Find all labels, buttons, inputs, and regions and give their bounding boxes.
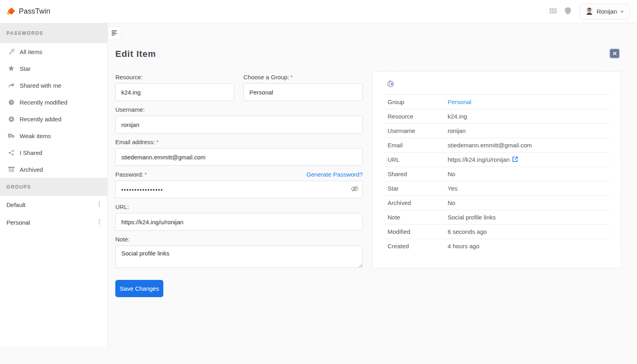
sidebar-item-label: Star <box>20 65 31 72</box>
username-label: Username: <box>115 106 363 113</box>
detail-row-note: Note Social profile links <box>384 210 609 224</box>
sidebar-item-shared-with-me[interactable]: Shared with me <box>0 77 107 94</box>
sidebar-item-label: All items <box>20 48 42 55</box>
sidebar-item-recently-added[interactable]: Recently added <box>0 111 107 127</box>
user-name: Ronijan <box>597 8 617 15</box>
detail-row-url: URL https://k24.ing/u/ronijan <box>384 152 609 167</box>
sidebar-item-label: Weak items <box>20 133 51 139</box>
detail-row-resource: Resource k24.ing <box>384 109 609 123</box>
apps-grid-button[interactable] <box>550 8 557 15</box>
url-input[interactable] <box>115 213 363 231</box>
close-icon <box>613 50 617 56</box>
toggle-password-visibility-button[interactable] <box>351 186 359 193</box>
sidebar-item-label: Shared with me <box>20 82 61 89</box>
brand-logo-icon <box>7 8 15 16</box>
sidebar-item-archived[interactable]: Archived <box>0 161 107 178</box>
sidebar-header-groups: GROUPS <box>0 178 107 196</box>
group-label: Default <box>6 201 26 208</box>
key-icon <box>6 48 16 55</box>
sidebar: PASSWORDS All items Star Sh <box>0 23 108 364</box>
item-details-panel: Group Personal Resource k24.ing Username… <box>372 71 621 268</box>
required-mark: * <box>156 139 159 145</box>
favicon-row <box>384 77 609 95</box>
avatar <box>585 7 593 16</box>
group-menu-button[interactable] <box>97 200 102 210</box>
detail-row-archived: Archived No <box>384 195 609 210</box>
group-label: Choose a Group:* <box>243 74 363 80</box>
required-mark: * <box>145 171 147 178</box>
grid-icon <box>550 8 557 15</box>
group-input[interactable] <box>243 83 363 101</box>
topbar: PassTwin <box>0 0 637 23</box>
brand: PassTwin <box>7 7 50 16</box>
detail-row-group: Group Personal <box>384 95 609 109</box>
external-link-icon <box>512 156 518 163</box>
detail-row-star: Star Yes <box>384 181 609 195</box>
sidebar-item-all-items[interactable]: All items <box>0 43 107 60</box>
save-changes-button[interactable]: Save Changes <box>115 280 163 297</box>
password-label: Password:* <box>115 171 147 178</box>
detail-row-username: Username ronijan <box>384 123 609 138</box>
email-input[interactable] <box>115 148 363 166</box>
plus-circle-icon <box>6 116 16 123</box>
align-left-icon <box>112 30 117 37</box>
brand-name: PassTwin <box>19 7 50 16</box>
eye-slash-icon <box>351 186 359 193</box>
detail-row-created: Created 4 hours ago <box>384 239 609 253</box>
edit-item-form: Resource: Choose a Group:* Username: Ema… <box>115 74 363 297</box>
email-label: Email address:* <box>115 139 363 145</box>
username-input[interactable] <box>115 116 363 133</box>
resource-input[interactable] <box>115 83 234 101</box>
group-link[interactable]: Personal <box>448 99 471 105</box>
url-label: URL: <box>115 203 363 210</box>
group-menu-button[interactable] <box>97 217 102 227</box>
kebab-icon <box>98 220 100 226</box>
note-label: Note: <box>115 236 363 243</box>
forward-arrow-icon <box>6 82 16 88</box>
close-button[interactable] <box>610 49 619 58</box>
password-input[interactable] <box>115 181 363 198</box>
sidebar-group-personal[interactable]: Personal <box>0 213 107 231</box>
sidebar-item-label: Archived <box>20 166 43 173</box>
sidebar-header-passwords: PASSWORDS <box>0 23 107 43</box>
user-menu-button[interactable]: Ronijan <box>579 4 630 20</box>
share-alt-icon <box>6 149 16 156</box>
sidebar-item-star[interactable]: Star <box>0 60 107 77</box>
kebab-icon <box>98 202 100 208</box>
sidebar-group-default[interactable]: Default <box>0 196 107 213</box>
sidebar-item-label: I Shared <box>20 149 42 156</box>
archive-icon <box>6 166 16 173</box>
clock-icon <box>6 99 16 106</box>
shield-icon <box>565 7 571 16</box>
ambulance-icon <box>6 133 16 139</box>
globe-icon <box>387 82 394 88</box>
main-content: Edit Item Resource: Choose a Group:* Use… <box>108 23 637 364</box>
resource-label: Resource: <box>115 74 234 80</box>
sidebar-toggle-button[interactable] <box>108 26 121 40</box>
security-shield-button[interactable] <box>565 7 571 16</box>
detail-row-shared: Shared No <box>384 167 609 181</box>
generate-password-link[interactable]: Generate Password? <box>306 171 363 178</box>
sidebar-item-label: Recently added <box>20 116 61 123</box>
detail-row-modified: Modified 6 seconds ago <box>384 224 609 239</box>
sidebar-item-i-shared[interactable]: I Shared <box>0 144 107 161</box>
topbar-right: Ronijan <box>550 4 630 20</box>
open-url-external-link[interactable] <box>512 156 518 163</box>
star-icon <box>6 65 16 72</box>
sidebar-item-recently-modified[interactable]: Recently modified <box>0 94 107 111</box>
sidebar-item-weak-items[interactable]: Weak items <box>0 127 107 144</box>
sidebar-item-label: Recently modified <box>20 99 67 106</box>
note-textarea[interactable]: Social profile links <box>115 245 363 268</box>
detail-row-email: Email stiedemann.emmitt@gmail.com <box>384 138 609 152</box>
caret-down-icon <box>620 8 624 14</box>
required-mark: * <box>290 74 293 80</box>
group-label: Personal <box>6 219 30 226</box>
page-title: Edit Item <box>115 49 156 59</box>
